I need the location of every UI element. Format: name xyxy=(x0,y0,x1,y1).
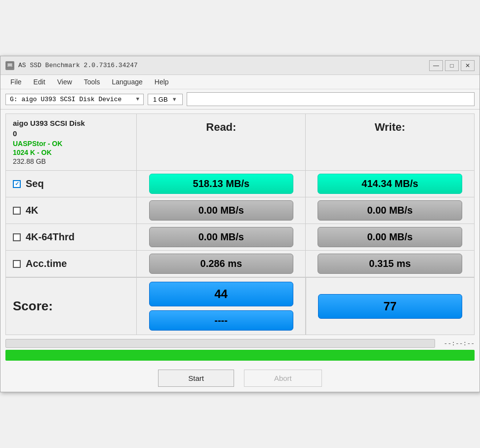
drive-arrow-icon: ▼ xyxy=(136,96,139,102)
4k64-write-value: 0.00 MB/s xyxy=(318,227,462,247)
4k-write-value: 0.00 MB/s xyxy=(318,200,462,221)
acctime-write-section: 0.315 ms xyxy=(306,251,474,277)
progress-track xyxy=(5,339,435,348)
4k64-write-section: 0.00 MB/s xyxy=(306,224,474,250)
close-button[interactable]: ✕ xyxy=(461,60,475,71)
size-arrow-icon: ▼ xyxy=(172,96,177,102)
4k-write-section: 0.00 MB/s xyxy=(306,197,474,224)
window-controls: — □ ✕ xyxy=(429,60,475,71)
seq-read-section: 518.13 MB/s xyxy=(137,171,306,197)
device-status1: UASPStor - OK xyxy=(13,140,129,148)
4k64-read-value: 0.00 MB/s xyxy=(149,227,293,247)
score-row: Score: 44 ---- 77 xyxy=(5,277,475,335)
device-info: aigo U393 SCSI Disk 0 UASPStor - OK 1024… xyxy=(6,114,137,170)
svg-rect-1 xyxy=(8,64,12,66)
4k64-label-section: 4K-64Thrd xyxy=(6,224,137,250)
acctime-row: Acc.time 0.286 ms 0.315 ms xyxy=(6,251,474,277)
size-select[interactable]: 1 GB ▼ xyxy=(148,94,183,105)
acctime-read-value: 0.286 ms xyxy=(149,254,293,274)
seq-label-section: Seq xyxy=(6,171,137,197)
seq-read-value: 518.13 MB/s xyxy=(149,174,293,194)
seq-write-value: 414.34 MB/s xyxy=(318,174,462,194)
write-header: Write: xyxy=(306,114,474,170)
app-icon xyxy=(5,61,14,70)
acctime-checkbox[interactable] xyxy=(13,260,21,268)
toolbar-spacer xyxy=(187,92,475,106)
main-window: AS SSD Benchmark 2.0.7316.34247 — □ ✕ Fi… xyxy=(0,56,480,392)
score-read-section: 44 ---- xyxy=(137,278,305,335)
device-capacity: 232.88 GB xyxy=(13,157,129,165)
4k-label: 4K xyxy=(26,205,39,216)
score-write-value: 77 xyxy=(318,294,462,319)
acctime-read-section: 0.286 ms xyxy=(137,251,306,277)
title-bar: AS SSD Benchmark 2.0.7316.34247 — □ ✕ xyxy=(0,56,480,75)
score-read-value: 44 xyxy=(149,282,293,306)
seq-label: Seq xyxy=(26,178,44,189)
menu-item-tools[interactable]: Tools xyxy=(78,76,106,88)
4k-read-section: 0.00 MB/s xyxy=(137,197,306,224)
menu-item-language[interactable]: Language xyxy=(106,76,148,88)
start-button[interactable]: Start xyxy=(158,370,234,387)
score-label: Score: xyxy=(13,299,53,314)
4k-read-value: 0.00 MB/s xyxy=(149,200,293,221)
window-title: AS SSD Benchmark 2.0.7316.34247 xyxy=(18,62,429,69)
4k64-row: 4K-64Thrd 0.00 MB/s 0.00 MB/s xyxy=(6,224,474,251)
score-write-section: 77 xyxy=(306,278,474,335)
abort-button[interactable]: Abort xyxy=(244,370,322,387)
4k64-read-section: 0.00 MB/s xyxy=(137,224,306,250)
4k-label-section: 4K xyxy=(6,197,137,224)
drive-label: G: aigo U393 SCSI Disk Device xyxy=(10,96,121,103)
progress-section: --:--:-- xyxy=(5,335,475,350)
score-label-section: Score: xyxy=(6,278,137,335)
bottom-buttons: Start Abort xyxy=(0,365,480,392)
seq-write-section: 414.34 MB/s xyxy=(306,171,474,197)
score-total-value: ---- xyxy=(149,310,293,331)
acctime-write-value: 0.315 ms xyxy=(318,254,462,274)
benchmark-area: aigo U393 SCSI Disk 0 UASPStor - OK 1024… xyxy=(0,110,480,361)
menu-item-view[interactable]: View xyxy=(51,76,78,88)
size-label: 1 GB xyxy=(153,96,168,103)
drive-select[interactable]: G: aigo U393 SCSI Disk Device ▼ xyxy=(5,94,144,105)
benchmark-rows: Seq 518.13 MB/s 414.34 MB/s 4K xyxy=(5,170,475,277)
acctime-label: Acc.time xyxy=(26,258,67,269)
4k-row: 4K 0.00 MB/s 0.00 MB/s xyxy=(6,197,474,224)
toolbar: G: aigo U393 SCSI Disk Device ▼ 1 GB ▼ xyxy=(0,89,480,110)
menu-bar: FileEditViewToolsLanguageHelp xyxy=(0,75,480,89)
top-info-row: aigo U393 SCSI Disk 0 UASPStor - OK 1024… xyxy=(5,113,475,170)
device-name: aigo U393 SCSI Disk xyxy=(13,119,129,127)
menu-item-edit[interactable]: Edit xyxy=(28,76,51,88)
seq-row: Seq 518.13 MB/s 414.34 MB/s xyxy=(6,171,474,197)
menu-item-help[interactable]: Help xyxy=(149,76,175,88)
seq-checkbox[interactable] xyxy=(13,180,21,188)
svg-rect-2 xyxy=(8,67,11,68)
device-status2: 1024 K - OK xyxy=(13,149,129,156)
acctime-label-section: Acc.time xyxy=(6,251,137,277)
4k64-checkbox[interactable] xyxy=(13,233,21,241)
green-progress-bar xyxy=(5,350,475,361)
minimize-button[interactable]: — xyxy=(429,60,443,71)
4k-checkbox[interactable] xyxy=(13,207,21,215)
progress-time: --:--:-- xyxy=(440,340,475,347)
menu-item-file[interactable]: File xyxy=(4,76,28,88)
device-model-num: 0 xyxy=(13,129,129,138)
read-header: Read: xyxy=(137,114,306,170)
4k64-label: 4K-64Thrd xyxy=(26,231,75,243)
maximize-button[interactable]: □ xyxy=(445,60,459,71)
